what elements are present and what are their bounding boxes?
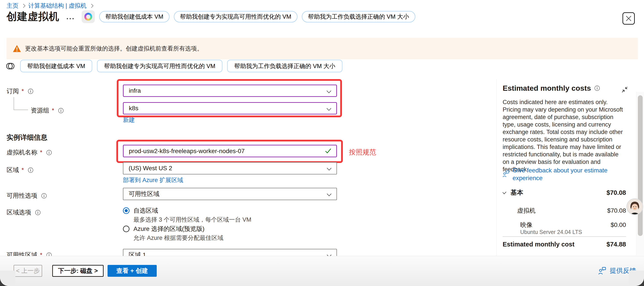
chevron-down-icon <box>327 253 332 256</box>
tree-connector <box>14 97 14 110</box>
estimated-costs-panel: Estimated monthly costs Costs indicated … <box>503 79 627 256</box>
radio-unselected-icon <box>123 226 130 232</box>
cost-disclaimer: Costs indicated here are estimates only.… <box>503 98 626 173</box>
cost-group-label: 基本 <box>510 188 523 197</box>
copilot-button[interactable] <box>82 10 95 23</box>
page-title: 创建虚拟机 <box>6 10 59 24</box>
subscription-label: 订阅* <box>6 87 33 95</box>
suggest-vm-size-button[interactable]: 帮助我为工作负载选择正确的 VM 大小 <box>227 60 342 72</box>
breadcrumb-home-link[interactable]: 主页 <box>6 2 18 10</box>
copilot-prompt-vm-size[interactable]: 帮助我为工作负载选择正确的 VM 大小 <box>302 11 415 23</box>
vm-name-label: 虚拟机名称* <box>6 148 52 157</box>
chevron-right-icon <box>21 4 25 8</box>
close-button[interactable] <box>622 12 635 25</box>
review-create-button[interactable]: 查看 + 创建 <box>108 265 157 277</box>
region-value: (US) West US 2 <box>128 165 172 172</box>
deploy-edge-zone-link[interactable]: 部署到 Azure 扩展区域 <box>123 176 183 184</box>
feedback-icon <box>598 266 607 275</box>
info-icon[interactable] <box>41 193 47 199</box>
copilot-outline-icon <box>5 61 15 71</box>
availability-zone-label: 可用性区域* <box>6 251 52 256</box>
cost-item-row: 虚拟机 $70.08 <box>503 206 626 215</box>
panel-divider <box>496 79 497 256</box>
resource-group-label: 资源组* <box>31 106 64 115</box>
cost-item-row: 映像 $0.00 <box>503 221 626 229</box>
info-icon[interactable] <box>594 85 600 91</box>
radio-self-select-desc: 最多选择 3 个可用性区域，每个区域一台 VM <box>134 216 251 224</box>
cost-group-value: $70.08 <box>606 189 626 196</box>
copilot-prompt-low-cost[interactable]: 帮助我创建低成本 VM <box>99 11 170 23</box>
cost-feedback-link[interactable]: Give feedback about your estimate experi… <box>503 166 621 182</box>
availability-options-label: 可用性选项 <box>6 192 47 200</box>
scrollbar-thumb[interactable] <box>638 95 643 236</box>
warning-icon <box>13 45 21 52</box>
cost-divider <box>503 236 626 237</box>
radio-azure-selected-desc: 允许 Azure 根据需要分配最佳区域 <box>134 234 224 242</box>
more-options-button[interactable] <box>67 18 74 19</box>
cost-total-row: Estimated monthly cost $74.88 <box>503 241 626 248</box>
breadcrumb-section-link[interactable]: 计算基础结构 | 虚拟机 <box>28 2 86 10</box>
annotation-box-vm-name <box>116 140 343 163</box>
suggest-low-cost-button[interactable]: 帮助我创建低成本 VM <box>20 60 92 72</box>
chevron-down-icon <box>327 166 332 170</box>
warning-text: 更改基本选项可能会重置所做的选择。创建虚拟机前查看所有选项。 <box>25 45 203 53</box>
scrollbar-track[interactable] <box>636 92 644 255</box>
cost-item-subtext: Ubuntu Server 24.04 LTS <box>520 229 582 235</box>
info-icon[interactable] <box>58 108 64 113</box>
region-label: 区域* <box>6 166 33 174</box>
collapse-panel-icon[interactable] <box>621 86 627 93</box>
instance-details-heading: 实例详细信息 <box>6 133 48 142</box>
copilot-suggestion-row: 帮助我创建低成本 VM 帮助我创建专为实现高可用性而优化的 VM 帮助我为工作负… <box>5 60 342 72</box>
warning-banner: 更改基本选项可能会重置所做的选择。创建虚拟机前查看所有选项。 <box>6 38 638 59</box>
availability-options-value: 可用性区域 <box>128 190 159 198</box>
copilot-icon <box>84 13 92 21</box>
info-icon[interactable] <box>28 167 33 173</box>
info-icon[interactable] <box>28 89 33 94</box>
footer-bar: < 上一步 下一步: 磁盘 > 查看 + 创建 提供反馈 <box>0 256 644 286</box>
info-icon[interactable] <box>35 210 40 215</box>
tree-connector <box>14 110 28 110</box>
zone-options-label: 区域选项 <box>6 208 40 217</box>
feedback-icon <box>503 170 510 178</box>
region-dropdown[interactable]: (US) West US 2 <box>123 162 337 174</box>
radio-selected-icon <box>123 207 130 214</box>
annotation-box-subscription <box>117 79 342 117</box>
availability-options-dropdown[interactable]: 可用性区域 <box>123 188 337 200</box>
annotation-text: 按照规范 <box>349 148 376 157</box>
info-icon[interactable] <box>46 252 52 256</box>
basics-form: 订阅* infra 资源组* k8s 新建 <box>0 79 496 256</box>
chevron-right-icon <box>89 4 93 8</box>
breadcrumb: 主页 计算基础结构 | 虚拟机 <box>6 2 93 10</box>
info-icon[interactable] <box>46 150 52 155</box>
previous-button[interactable]: < 上一步 <box>14 265 42 277</box>
copilot-prompt-high-availability[interactable]: 帮助我创建专为实现高可用性而优化的 VM <box>174 11 298 23</box>
chevron-down-icon <box>327 192 332 196</box>
chevron-down-icon <box>503 190 506 194</box>
radio-self-select-zones[interactable]: 自选区域 <box>123 206 158 215</box>
close-icon <box>625 15 632 22</box>
availability-zone-value: 区域 1 <box>128 251 146 256</box>
cost-panel-title: Estimated monthly costs <box>503 84 600 93</box>
next-disks-button[interactable]: 下一步: 磁盘 > <box>52 265 104 277</box>
availability-zone-dropdown[interactable]: 区域 1 <box>123 249 337 256</box>
create-vm-page: 主页 计算基础结构 | 虚拟机 创建虚拟机 帮助我创建低成本 VM 帮助我创建专… <box>0 0 644 286</box>
title-row: 创建虚拟机 帮助我创建低成本 VM 帮助我创建专为实现高可用性而优化的 VM 帮… <box>6 10 415 24</box>
radio-azure-selected-zone[interactable]: Azure 选择的区域(预览版) <box>123 225 204 233</box>
cost-group-row[interactable]: 基本 $70.08 <box>503 188 626 197</box>
suggest-high-availability-button[interactable]: 帮助我创建专为实现高可用性而优化的 VM <box>97 60 222 72</box>
avatar[interactable] <box>626 198 643 215</box>
